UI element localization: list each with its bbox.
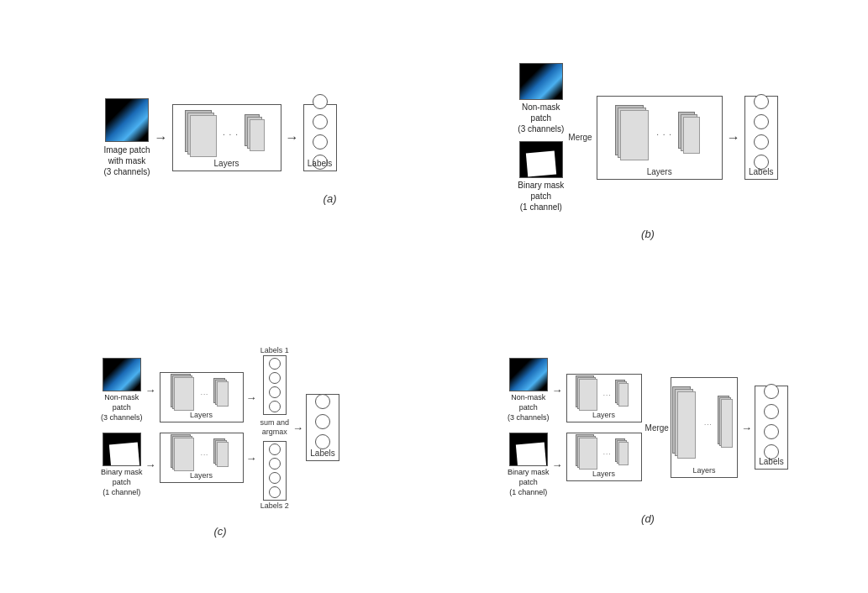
cf2 <box>315 414 330 429</box>
layers-box-c-top: ... Layers <box>160 372 244 422</box>
labels-box-c-final: Labels <box>306 394 339 461</box>
layers-box-a: . . . Layers <box>172 104 281 171</box>
cnn-b: . . . <box>615 105 703 160</box>
arrow-c-bot: → <box>145 459 155 471</box>
arrow-c-bot2: → <box>246 452 257 464</box>
cc2 <box>269 372 281 384</box>
inputs-b: Non-mask patch (3 channels) Binary mask … <box>518 63 564 213</box>
merge-section-d: Merge ... <box>645 377 738 478</box>
labels-box-a: Labels <box>303 104 337 171</box>
layers-box-d-top: ... Layers <box>566 374 642 422</box>
arrow-c-top2: → <box>246 391 257 404</box>
arrow-a2: → <box>286 130 299 145</box>
dgt1 <box>576 375 599 411</box>
quadrant-a: Image patch with mask (3 channels) → <box>8 8 432 295</box>
dots-b: . . . <box>656 128 672 137</box>
arrow-c-top: → <box>145 384 156 396</box>
dots-d-bot: ... <box>603 449 612 456</box>
cnn-d-top: ... <box>576 375 633 411</box>
feat-group-b1 <box>615 105 650 160</box>
caption-d-top: Non-mask patch (3 channels) <box>508 393 550 422</box>
cc7 <box>269 472 281 484</box>
sublabel-c: (c) <box>213 525 226 538</box>
merge-label-b: Merge <box>568 133 592 142</box>
circle-a1 <box>313 94 328 109</box>
cf1 <box>315 394 330 409</box>
cc8 <box>269 486 281 498</box>
cc6 <box>269 458 281 470</box>
labels-title-a: Labels <box>308 159 332 168</box>
dgb1 <box>576 434 599 470</box>
arrow-d-bot: → <box>552 459 563 471</box>
input-d-bot: Binary mask patch (1 channel) → <box>508 433 563 497</box>
db2r3 <box>618 442 629 465</box>
img-d-top <box>509 358 548 391</box>
merge-layers-box-d: ... Layers <box>671 377 738 478</box>
fcgb1 <box>171 434 196 471</box>
labels2-title: Labels 2 <box>260 501 289 510</box>
b2-r3 <box>683 117 700 154</box>
caption-c-bot: Binary mask patch (1 channel) <box>101 468 143 497</box>
dots-c-bot: ... <box>201 449 209 457</box>
labels-c-bot-box <box>263 441 287 501</box>
fcgt2 <box>213 378 232 407</box>
input-b-bot: Binary mask patch (1 channel) <box>518 141 564 213</box>
fcgb2 <box>213 438 232 467</box>
layers-label-d-top: Layers <box>592 411 615 419</box>
labels1-title: Labels 1 <box>260 346 289 354</box>
df3 <box>764 424 779 439</box>
branch-c-top: ... Layers → <box>160 372 257 422</box>
branches-c: ... Layers → <box>160 372 257 483</box>
dm2r3 <box>721 399 733 448</box>
labels-c-top-box <box>263 355 287 415</box>
layers-label-c-bot: Layers <box>190 471 213 480</box>
circle-a3 <box>313 134 328 150</box>
fcgt1 <box>171 374 196 411</box>
diagram-d: Non-mask patch (3 channels) → Binary mas… <box>508 358 788 497</box>
image-patch-a <box>105 98 149 142</box>
dots-d-top: ... <box>603 390 612 397</box>
layers-box-c-bot: ... Layers <box>160 433 244 483</box>
layers-box-b: . . . Layers <box>597 96 723 180</box>
df2 <box>764 404 779 419</box>
dm2 <box>718 396 736 449</box>
dots-c-top: ... <box>201 389 209 396</box>
input-d-top: Non-mask patch (3 channels) → <box>508 358 563 422</box>
labels-c-top-wrap: Labels 1 <box>260 346 289 415</box>
dots-d-merge: ... <box>704 419 713 427</box>
dt2r3 <box>618 383 629 407</box>
feat-rect-a1-3 <box>190 115 217 157</box>
dgb2 <box>615 438 632 465</box>
df1 <box>764 384 779 399</box>
b1-r3 <box>620 110 649 160</box>
arrow-c-final: → <box>292 422 303 434</box>
circle-b2 <box>754 114 769 129</box>
merge-layers-label-d: Layers <box>692 466 715 475</box>
dgt2 <box>615 380 632 407</box>
quadrant-c: Non-mask patch (3 channels) → Binary mas… <box>8 299 432 585</box>
feat-group-a1 <box>185 110 217 155</box>
layers-box-d-bot: ... Layers <box>566 433 642 481</box>
labels-title-b: Labels <box>749 167 773 176</box>
image-patch-blue-a <box>106 99 148 141</box>
quadrant-d: Non-mask patch (3 channels) → Binary mas… <box>436 299 860 585</box>
caption-b-top: Non-mask patch (3 channels) <box>518 102 564 134</box>
layers-label-c-top: Layers <box>190 411 213 419</box>
arrow-d-top: → <box>552 384 563 396</box>
img-b-top-inner <box>520 64 562 99</box>
db1r3 <box>579 438 597 470</box>
caption-a: Image patch with mask (3 channels) <box>103 144 150 177</box>
cc5 <box>269 443 281 455</box>
img-cap-c-top: Non-mask patch (3 channels) <box>101 358 143 422</box>
ct1r3 <box>174 377 194 411</box>
cb1r3 <box>174 438 194 471</box>
final-section-d: → Labels <box>741 386 788 470</box>
input-c-bot: Binary mask patch (1 channel) → <box>101 433 156 497</box>
img-d-bot-inner <box>510 433 547 465</box>
circle-a2 <box>313 114 328 129</box>
quadrant-b: Non-mask patch (3 channels) Binary mask … <box>436 8 860 295</box>
merge-label-d: Merge <box>645 423 669 433</box>
imgcap-d-bot: Binary mask patch (1 channel) <box>508 433 550 497</box>
branch-c-bot: ... Layers → <box>160 433 257 483</box>
sublabel-a: (a) <box>324 192 337 205</box>
